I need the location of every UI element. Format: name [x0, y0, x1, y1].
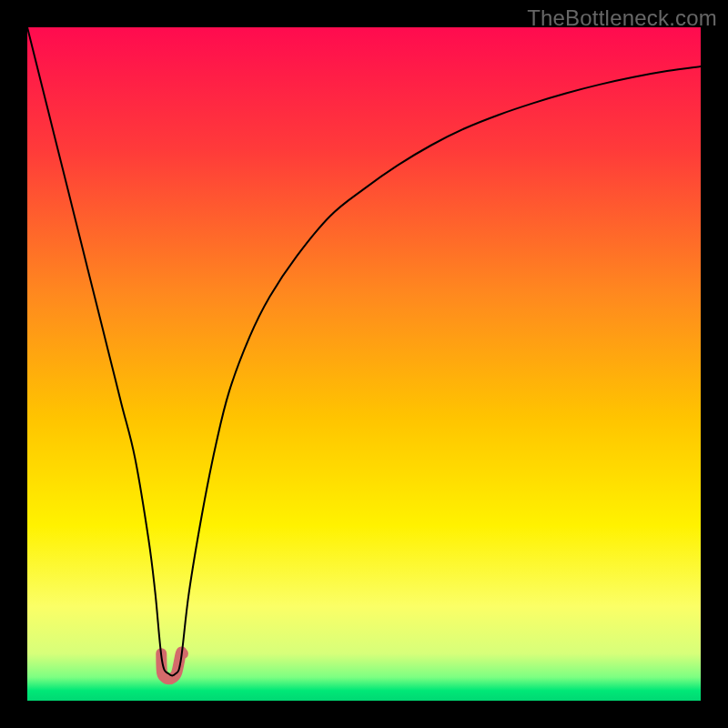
gradient-background [27, 27, 701, 701]
chart-svg [27, 27, 701, 701]
plot-area [27, 27, 701, 701]
chart-stage: TheBottleneck.com [0, 0, 728, 728]
